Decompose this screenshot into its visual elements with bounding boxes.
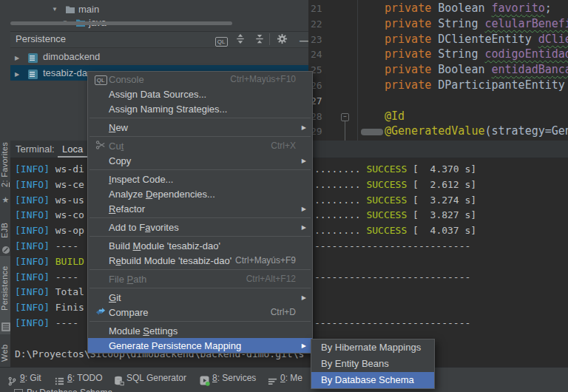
code-token: String xyxy=(438,47,484,61)
menu-item-cut[interactable]: CutCtrl+X xyxy=(88,138,312,153)
menu-item-shortcut: Ctrl+Alt+F12 xyxy=(246,274,296,284)
terminal-line-right: --------------------------- xyxy=(314,270,470,285)
chevron-collapsed-icon[interactable]: ▶ xyxy=(15,67,19,82)
terminal-line-left: [INFO] BUILD xyxy=(15,254,84,270)
project-tree: ▼main▼java xyxy=(10,0,308,31)
persistence-panel-header: Persistence QL— xyxy=(10,31,308,48)
status-bar-9-git[interactable]: 9: Git xyxy=(7,368,41,388)
code-line: private Boolean entidadBancardI xyxy=(385,63,568,76)
horizontal-scrollbar[interactable] xyxy=(10,21,232,25)
menu-item-label: Generate Persistence Mapping xyxy=(109,340,241,351)
menu-item-add-to-favorites[interactable]: Add to Favorites▶ xyxy=(88,220,312,234)
terminal-token: [ 3.274 s] xyxy=(407,195,476,206)
ql-badge-icon: QL xyxy=(92,73,109,85)
minimize-icon[interactable]: — xyxy=(297,33,308,46)
terminal-tab-local[interactable]: Loca xyxy=(62,143,83,155)
line-number: 23 xyxy=(311,34,322,45)
menu-item-label: Compare xyxy=(109,307,148,318)
tree-row-main[interactable]: ▼main xyxy=(10,2,308,16)
terminal-token: ws-us xyxy=(55,195,84,206)
expand-all-icon[interactable] xyxy=(234,33,247,46)
line-number: 24 xyxy=(311,49,322,60)
code-token: private xyxy=(385,17,438,30)
code-token: @GeneratedValue xyxy=(385,124,484,138)
menu-item-inspect-code[interactable]: Inspect Code... xyxy=(88,172,312,186)
terminal-line-left: [INFO] ---- xyxy=(15,316,78,331)
status-bar-label: 9: Git xyxy=(20,373,41,383)
code-token: celularBeneficia xyxy=(484,17,568,30)
menu-item-assign-data-sources[interactable]: Assign Data Sources... xyxy=(88,87,312,101)
chevron-expanded-icon[interactable]: ▼ xyxy=(52,2,58,16)
menu-separator xyxy=(88,168,312,172)
terminal-token: SUCCESS xyxy=(366,195,407,206)
submenu-item-by-database-schema[interactable]: By Database Schema xyxy=(311,372,434,388)
terminal-line-left: [INFO] ---- xyxy=(15,270,78,285)
tool-stripe-persistence[interactable]: Persistence xyxy=(0,260,10,317)
tool-stripe-2-favorites[interactable]: 2: Favorites xyxy=(0,138,10,191)
collapsed-region-pill xyxy=(361,129,383,135)
menu-item-rebuild-module-tesabiz-dao[interactable]: Rebuild Module 'tesabiz-dao'Ctrl+Mayús+F… xyxy=(88,253,312,268)
menu-separator xyxy=(88,320,312,323)
menu-item-assign-naming-strategies[interactable]: Assign Naming Strategies... xyxy=(88,101,312,116)
menu-item-compare[interactable]: CompareCtrl+D xyxy=(88,305,312,320)
menu-item-generate-persistence-mapping[interactable]: Generate Persistence Mapping▶ xyxy=(88,338,312,353)
code-line: private DClienteEntity dCliente xyxy=(385,33,568,46)
terminal-token: [ 4.370 s] xyxy=(407,163,476,175)
status-bar-label: 0: Me xyxy=(280,373,302,383)
menu-item-build-module-tesabiz-dao[interactable]: Build Module 'tesabiz-dao' xyxy=(88,238,312,253)
code-editor[interactable]: 21private Boolean favorito;22private Str… xyxy=(308,0,568,141)
menu-item-refactor[interactable]: Refactor▶ xyxy=(88,201,312,216)
persistence-unit-label: dimobackend xyxy=(43,49,100,64)
menu-separator xyxy=(88,234,312,238)
menu-item-git[interactable]: Git▶ xyxy=(88,290,312,305)
menu-item-label: Analyze Dependencies... xyxy=(109,189,215,200)
terminal-token: Total xyxy=(55,286,84,297)
code-token: entidadBancardI xyxy=(492,63,568,76)
status-bar-sql-generator[interactable]: SQL Generator xyxy=(114,368,186,388)
fold-icon[interactable]: − xyxy=(341,113,349,121)
menu-item-console[interactable]: QLConsoleCtrl+Mayús+F10 xyxy=(88,72,312,87)
scissors-icon xyxy=(92,140,109,152)
menu-item-label: File Path xyxy=(109,274,146,285)
collapse-all-icon[interactable] xyxy=(253,33,266,46)
code-token: private xyxy=(385,78,438,92)
code-token: private xyxy=(385,63,438,76)
status-bar-0-me[interactable]: 0: Me xyxy=(268,368,302,388)
status-bar-6-todo[interactable]: 6: TODO xyxy=(55,368,103,388)
tool-stripe-ejb[interactable]: EJB xyxy=(0,219,10,241)
line-number: 21 xyxy=(311,3,322,14)
submenu-item-by-hibernate-mappings[interactable]: By Hibernate Mappings xyxy=(311,339,434,356)
menu-separator xyxy=(88,216,312,220)
chevron-collapsed-icon[interactable]: ▶ xyxy=(15,50,19,66)
submenu-arrow-icon: ▶ xyxy=(299,224,306,231)
terminal-token: BUILD xyxy=(55,256,84,267)
menu-item-file-path[interactable]: File PathCtrl+Alt+F12 xyxy=(88,271,312,286)
status-bar-8-services[interactable]: 8: Services xyxy=(200,368,256,388)
terminal-token: [INFO] xyxy=(15,286,55,297)
code-token: @Id xyxy=(385,109,405,123)
ejb-icon xyxy=(1,243,10,255)
gear-icon[interactable] xyxy=(275,33,288,46)
menu-item-module-settings[interactable]: Module Settings xyxy=(88,323,312,338)
persistence-row-dimobackend[interactable]: ▶dimobackend xyxy=(10,49,308,64)
star-icon: ★ xyxy=(2,192,10,205)
terminal-line-right: ........ SUCCESS [ 3.274 s] xyxy=(314,193,476,209)
tool-stripe-web[interactable]: Web xyxy=(0,340,10,365)
menu-item-analyze-dependencies[interactable]: Analyze Dependencies... xyxy=(88,186,312,201)
terminal-token: ........ xyxy=(314,195,366,206)
menu-item-label: Assign Data Sources... xyxy=(109,89,206,100)
code-token: private xyxy=(385,33,438,46)
status-bar-label: SQL Generator xyxy=(126,373,186,383)
menu-item-new[interactable]: New▶ xyxy=(88,120,312,135)
menu-item-copy[interactable]: Copy▶ xyxy=(88,153,312,168)
terminal-token: ........ xyxy=(314,225,366,236)
terminal-token: [INFO] xyxy=(15,209,55,220)
ql-badge-icon[interactable]: QL xyxy=(214,33,228,46)
submenu-item-by-entity-beans[interactable]: By Entity Beans xyxy=(311,356,434,372)
menu-separator xyxy=(88,268,312,271)
terminal-token: [INFO] xyxy=(15,179,55,190)
menu-item-label: Copy xyxy=(109,155,131,166)
terminal-token: --------------------------- xyxy=(314,317,470,328)
terminal-line-right: ........ SUCCESS [ 2.612 s] xyxy=(314,178,476,193)
status-bar-label: 6: TODO xyxy=(67,373,103,383)
